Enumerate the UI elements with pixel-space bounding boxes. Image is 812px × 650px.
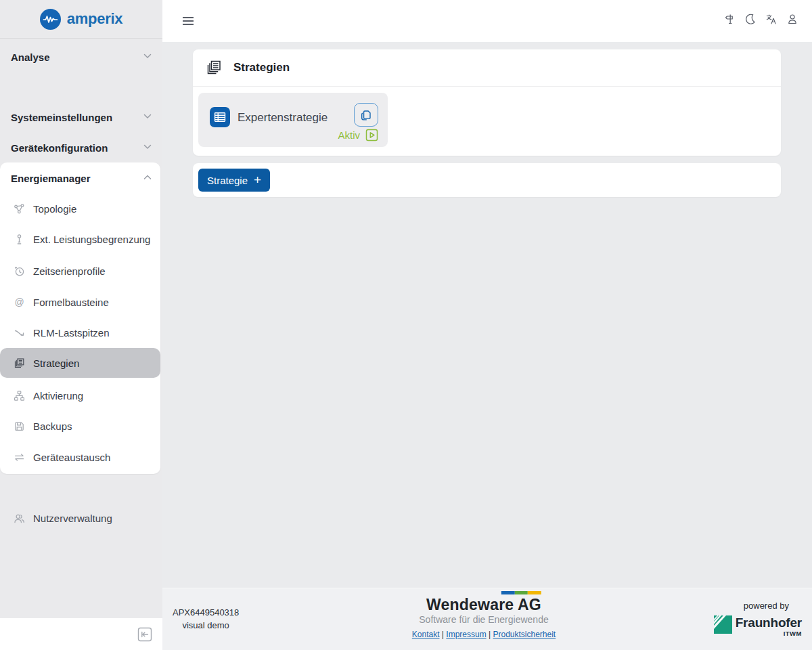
user-icon[interactable] bbox=[786, 13, 798, 25]
topology-icon bbox=[13, 202, 25, 215]
sidebar-item-rlm-lastspitzen[interactable]: RLM-Lastspitzen bbox=[0, 318, 160, 347]
activation-icon bbox=[13, 389, 25, 402]
signpost-icon[interactable] bbox=[723, 13, 736, 25]
footer: APX6449540318 visual demo Wendeware AG S… bbox=[162, 588, 812, 650]
sidebar-item-topologie[interactable]: Topologie bbox=[0, 194, 160, 223]
sidebar-section-geraetekonfiguration[interactable]: Gerätekonfiguration bbox=[0, 133, 160, 162]
add-strategy-card: Strategie + bbox=[193, 163, 781, 197]
strategy-status: Aktiv bbox=[338, 129, 378, 142]
plus-icon: + bbox=[254, 173, 261, 186]
device-swap-icon bbox=[13, 451, 25, 463]
strategies-icon bbox=[13, 357, 25, 369]
footer-brand: Wendeware AG Software für die Energiewen… bbox=[412, 591, 556, 639]
chevron-up-icon bbox=[143, 175, 152, 180]
chevron-down-icon bbox=[143, 114, 152, 119]
fraunhofer-icon bbox=[714, 615, 732, 634]
sidebar-item-nutzerverwaltung[interactable]: Nutzerverwaltung bbox=[0, 503, 160, 533]
fraunhofer-logo: Fraunhofer ITWM bbox=[714, 615, 802, 637]
sidebar-section-systemeinstellungen[interactable]: Systemeinstellungen bbox=[0, 102, 160, 132]
device-id: APX6449540318 bbox=[173, 606, 239, 619]
sidebar-item-ext-leistungsbegrenzung[interactable]: Ext. Leistungsbegrenzung bbox=[0, 224, 160, 254]
strategies-card: Strategien Expertenstrategie bbox=[193, 49, 781, 156]
energiemanager-panel: Energiemanager Topologie E bbox=[0, 162, 160, 474]
brand-logo[interactable]: amperix bbox=[0, 0, 162, 39]
device-info: APX6449540318 visual demo bbox=[173, 606, 239, 632]
play-icon[interactable] bbox=[365, 129, 378, 142]
company-tagline: Software für die Energiewende bbox=[419, 614, 548, 625]
svg-text:@: @ bbox=[14, 297, 24, 307]
device-mode: visual demo bbox=[173, 619, 239, 632]
menu-toggle-icon[interactable] bbox=[181, 14, 195, 28]
amperix-logo-icon bbox=[40, 9, 61, 30]
sidebar-item-geraeteaustausch[interactable]: Geräteaustausch bbox=[0, 442, 160, 472]
chevron-down-icon bbox=[143, 144, 152, 150]
powered-by-label: powered by bbox=[744, 601, 789, 611]
link-kontakt[interactable]: Kontakt bbox=[412, 630, 440, 639]
sidebar-item-aktivierung[interactable]: Aktivierung bbox=[0, 381, 160, 410]
strategy-table-icon bbox=[210, 107, 230, 127]
footer-links: Kontakt | Impressum | Produktsicherheit bbox=[412, 630, 556, 639]
chevron-down-icon bbox=[143, 53, 152, 59]
sidebar-section-analyse[interactable]: Analyse bbox=[0, 42, 160, 72]
power-limit-icon bbox=[13, 233, 25, 245]
fraunhofer-institute: ITWM bbox=[784, 630, 802, 637]
copy-strategy-button[interactable] bbox=[354, 103, 378, 127]
copy-icon bbox=[360, 109, 372, 121]
sidebar-item-strategien[interactable]: Strategien bbox=[0, 348, 160, 378]
timeseries-icon bbox=[13, 265, 25, 277]
main-area: Strategien Expertenstrategie bbox=[162, 0, 812, 650]
brand-name: amperix bbox=[67, 10, 122, 28]
sidebar-section-energiemanager[interactable]: Energiemanager bbox=[0, 163, 160, 193]
sidebar-item-zeitserienprofile[interactable]: Zeitserienprofile bbox=[0, 256, 160, 286]
formula-icon: @ bbox=[13, 296, 25, 308]
strategy-list-item[interactable]: Expertenstrategie Aktiv bbox=[198, 93, 388, 147]
strategies-card-header: Strategien bbox=[193, 49, 781, 87]
page-title: Strategien bbox=[233, 61, 290, 74]
link-produktsicherheit[interactable]: Produktsicherheit bbox=[493, 630, 556, 639]
strategy-name: Expertenstrategie bbox=[238, 111, 328, 125]
fraunhofer-name: Fraunhofer bbox=[736, 615, 802, 630]
users-icon bbox=[13, 512, 25, 524]
language-icon[interactable] bbox=[765, 13, 777, 25]
app-window: amperix Analyse Systemeinstellungen Gerä… bbox=[0, 0, 812, 650]
powered-by-block: powered by Fraunhofer ITWM bbox=[714, 601, 802, 637]
collapse-sidebar-icon[interactable] bbox=[137, 627, 152, 642]
load-peak-icon bbox=[13, 326, 25, 339]
sidebar-item-formelbausteine[interactable]: @ Formelbausteine bbox=[0, 287, 160, 317]
wendeware-color-bar bbox=[501, 591, 541, 594]
company-name: Wendeware AG bbox=[426, 597, 541, 613]
sidebar-footer bbox=[0, 618, 162, 650]
wendeware-logo: Wendeware AG bbox=[426, 591, 541, 613]
topbar-icons bbox=[723, 13, 798, 25]
dark-mode-icon[interactable] bbox=[744, 13, 757, 25]
status-label: Aktiv bbox=[338, 129, 360, 141]
topbar bbox=[162, 0, 812, 42]
content: Strategien Expertenstrategie bbox=[162, 42, 812, 588]
sidebar: amperix Analyse Systemeinstellungen Gerä… bbox=[0, 0, 162, 650]
add-strategy-button[interactable]: Strategie + bbox=[198, 169, 270, 192]
strategies-icon bbox=[206, 60, 222, 76]
link-impressum[interactable]: Impressum bbox=[446, 630, 486, 639]
sidebar-item-backups[interactable]: Backups bbox=[0, 411, 160, 441]
backups-icon bbox=[13, 420, 25, 432]
